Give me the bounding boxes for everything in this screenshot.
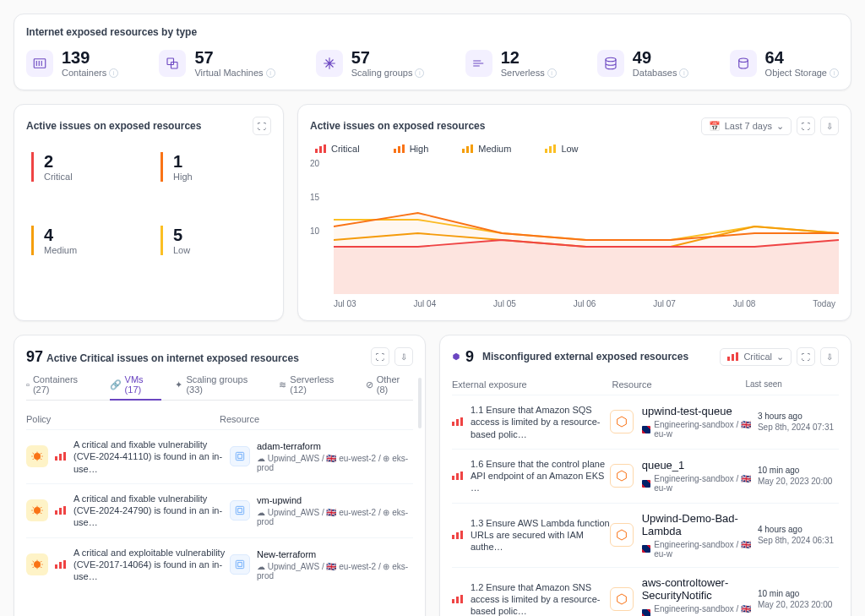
svg-rect-1 <box>167 58 174 65</box>
expand-icon[interactable]: ⛶ <box>371 347 389 366</box>
critical-count: 97 <box>26 348 43 365</box>
stat-scaling[interactable]: 57Scaling groupsi <box>316 48 425 78</box>
vm-icon <box>230 554 250 575</box>
info-icon: i <box>266 68 275 78</box>
sev-high[interactable]: 1High <box>160 152 266 182</box>
tab-serverless[interactable]: ≋ Serverless (12) <box>279 374 351 395</box>
misconfigured-card: 9Misconfigured external exposed resource… <box>439 335 851 616</box>
info-icon: i <box>109 68 118 78</box>
legend-medium[interactable]: Medium <box>462 144 511 154</box>
bug-icon <box>26 499 48 521</box>
table-row[interactable]: 1.1 Ensure that Amazon SQS access is lim… <box>452 395 839 449</box>
legend-critical[interactable]: Critical <box>315 144 360 154</box>
svg-rect-10 <box>236 507 243 515</box>
chevron-down-icon: ⌄ <box>776 121 784 132</box>
chart-area: 20 15 10 <box>310 159 839 294</box>
svg-rect-0 <box>34 58 46 68</box>
x-axis: Jul 03 Jul 04 Jul 05 Jul 06 Jul 07 Jul 0… <box>310 294 839 308</box>
bug-icon <box>26 445 48 467</box>
info-icon: i <box>415 68 424 78</box>
bug-icon <box>26 553 48 575</box>
legend-high[interactable]: High <box>394 144 429 154</box>
table-row[interactable]: A critical and fixable vulnerability (CV… <box>26 483 413 537</box>
expand-icon[interactable]: ⛶ <box>797 347 815 366</box>
svg-rect-14 <box>238 563 242 567</box>
vm-icon <box>230 500 250 521</box>
svg-rect-11 <box>238 509 242 513</box>
info-icon: i <box>830 68 839 78</box>
critical-issues-card: 97Active Critical issues on internet exp… <box>14 335 426 616</box>
sev-medium[interactable]: 4Medium <box>31 226 137 255</box>
svg-point-6 <box>34 453 41 460</box>
service-icon <box>610 464 634 488</box>
svg-point-3 <box>606 57 616 62</box>
tab-other[interactable]: ⊘ Other (8) <box>366 374 413 395</box>
severity-icon <box>452 417 464 426</box>
stat-vms[interactable]: 57Virtual Machinesi <box>159 48 275 78</box>
stat-containers[interactable]: 139Containersi <box>26 48 118 78</box>
serverless-icon <box>465 50 492 77</box>
service-icon <box>610 523 634 547</box>
svg-rect-7 <box>236 453 243 461</box>
severity-icon <box>55 506 67 515</box>
svg-point-9 <box>34 507 41 514</box>
scrollbar[interactable] <box>418 378 422 428</box>
download-icon[interactable]: ⇩ <box>394 347 413 366</box>
table-row[interactable]: A critical and exploitable vulnerability… <box>26 537 413 591</box>
table-row[interactable]: 1.6 Ensure that the control plane API en… <box>452 449 839 503</box>
tab-vms[interactable]: 🔗 VMs (17) <box>110 374 162 401</box>
chart-card: Active issues on exposed resources 📅 Las… <box>297 104 851 321</box>
containers-icon <box>26 50 53 77</box>
severity-filter[interactable]: Critical ⌄ <box>720 348 792 366</box>
info-icon: i <box>679 68 688 78</box>
tab-scaling[interactable]: ✦ Scaling groups (33) <box>175 374 265 395</box>
severity-icon <box>452 472 464 480</box>
service-icon <box>610 410 634 433</box>
severity-card: Active issues on exposed resources ⛶ 2Cr… <box>14 104 284 321</box>
table-row[interactable]: 1.2 Ensure that Amazon SNS access is lim… <box>452 567 839 616</box>
svg-rect-13 <box>236 561 243 569</box>
tab-containers[interactable]: ▫ Containers (27) <box>26 374 96 395</box>
download-icon[interactable]: ⇩ <box>820 117 839 135</box>
expand-icon[interactable]: ⛶ <box>253 117 271 135</box>
info-icon: i <box>547 68 557 78</box>
severity-icon <box>452 595 464 603</box>
database-icon <box>597 50 624 77</box>
table-row[interactable]: 1.3 Ensure AWS Lambda function URLs are … <box>452 503 839 567</box>
chevron-down-icon: ⌄ <box>776 352 784 363</box>
chart-title: Active issues on exposed resources <box>310 120 485 132</box>
svg-rect-8 <box>238 455 242 459</box>
scaling-icon <box>316 50 343 77</box>
stat-storage[interactable]: 64Object Storagei <box>730 48 839 78</box>
vm-icon <box>230 446 250 466</box>
svg-rect-2 <box>171 62 178 68</box>
svg-point-12 <box>34 561 41 568</box>
severity-icon <box>55 452 67 461</box>
expand-icon[interactable]: ⛶ <box>797 117 815 135</box>
severity-icon <box>55 560 67 569</box>
exposure-title: Internet exposed resources by type <box>26 26 839 38</box>
severity-icon <box>452 531 464 539</box>
sev-low[interactable]: 5Low <box>160 226 266 255</box>
exposure-card: Internet exposed resources by type 139Co… <box>14 14 851 90</box>
misconf-title: Misconfigured external exposed resources <box>482 351 688 363</box>
sev-critical[interactable]: 2Critical <box>31 152 137 182</box>
vm-icon <box>159 50 186 77</box>
stat-databases[interactable]: 49Databasesi <box>597 48 689 78</box>
table-row[interactable]: A critical and fixable vulnerability (CV… <box>26 429 413 483</box>
storage-icon <box>730 50 757 77</box>
date-range-selector[interactable]: 📅 Last 7 days ⌄ <box>701 117 792 135</box>
tabs: ▫ Containers (27) 🔗 VMs (17) ✦ Scaling g… <box>26 374 413 401</box>
legend-low[interactable]: Low <box>545 144 578 154</box>
download-icon[interactable]: ⇩ <box>820 347 839 366</box>
critical-title: Active Critical issues on internet expos… <box>46 352 299 364</box>
svg-marker-5 <box>334 240 839 294</box>
service-icon <box>610 587 634 611</box>
severity-title: Active issues on exposed resources <box>26 120 201 132</box>
stat-serverless[interactable]: 12Serverlessi <box>465 48 557 78</box>
